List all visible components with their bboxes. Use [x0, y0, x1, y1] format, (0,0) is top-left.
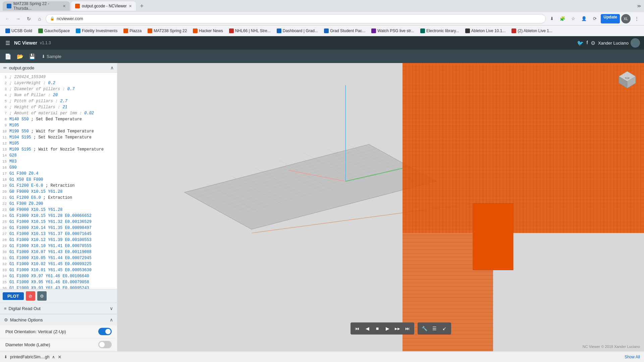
digital-readout-header[interactable]: ≡ Digital Read Out ∨: [0, 303, 117, 314]
machine-options-collapse-icon[interactable]: ∧: [110, 317, 113, 322]
twitter-icon[interactable]: 🐦: [577, 40, 584, 46]
code-line-28: 28 G1 F1000 X10.12 Y61.39 E0.00100553: [0, 237, 117, 243]
extensions-icon[interactable]: 🧩: [558, 14, 567, 23]
bookmark-label: MAT238 Spring 22: [154, 28, 187, 33]
download-icon[interactable]: ⬇: [547, 14, 556, 23]
code-line-2: 2 ; LayerHeight : 0.2: [0, 80, 117, 86]
plot-button-area: PLOT ⊘ ⚙: [0, 289, 117, 303]
app-version: v1.1.3: [40, 41, 51, 45]
open-file-button[interactable]: 📂: [15, 51, 25, 62]
orientation-cube[interactable]: TOP: [617, 70, 637, 90]
view-list-button[interactable]: ☰: [430, 324, 439, 333]
viewport-footer: NC Viewer © 2018 Xander Luciano: [583, 345, 640, 349]
plot-settings-button[interactable]: ⚙: [37, 291, 47, 301]
address-bar[interactable]: 🔒 ncviewer.com: [46, 14, 546, 23]
bookmark-label: UCSB Gold: [11, 28, 32, 33]
code-line-3: 3 ; Diameter of pillers : 0.7: [0, 86, 117, 92]
playback-end-button[interactable]: ⏭: [403, 324, 412, 333]
playback-play-button[interactable]: ▶: [383, 324, 392, 333]
bookmark-dashboard[interactable]: Dashboard | Grad...: [274, 28, 321, 34]
view-arrow-button[interactable]: ↙: [440, 324, 449, 333]
sample-button[interactable]: ⬇ Sample: [39, 53, 64, 60]
settings-icon[interactable]: ⚙: [591, 40, 595, 46]
code-line-18: 18 G1 X50 E8 F800: [0, 177, 117, 183]
bookmark-mat238[interactable]: MAT238 Spring 22: [145, 28, 190, 34]
download-close-icon[interactable]: ✕: [58, 354, 62, 360]
tab-label-mat238: MAT238 Spring 22 - Thursda...: [13, 1, 61, 11]
dro-label: Digital Read Out: [9, 306, 41, 311]
dro-collapse-icon[interactable]: ∨: [110, 306, 113, 311]
tab-close-ncviewer[interactable]: ✕: [129, 4, 132, 8]
menu-icon[interactable]: ⋮: [632, 14, 641, 23]
bookmarks-bar: UCSB Gold GauchoSpace Fidelity Investmen…: [0, 25, 644, 36]
facebook-icon[interactable]: f: [586, 40, 588, 46]
code-line-29: 29 G1 F1000 X10.10 Y61.41 E0.00070555: [0, 243, 117, 249]
nav-actions: ⬇ 🧩 ☆ 👤 ⟳ Update XL ⋮: [547, 14, 641, 23]
reload-button[interactable]: ↻: [24, 14, 34, 23]
bookmark-label: Ableton Live 10.1...: [471, 28, 506, 33]
tab-extras-button[interactable]: ≫: [637, 4, 641, 8]
machine-options-header[interactable]: ⚙ Machine Options ∧: [0, 314, 117, 325]
new-file-button[interactable]: 📄: [3, 51, 13, 62]
forward-button[interactable]: →: [13, 14, 23, 23]
update-button[interactable]: Update: [601, 14, 620, 23]
playback-stop-button[interactable]: ■: [373, 324, 382, 333]
bookmark-label: Watch PSG live str...: [377, 28, 414, 33]
plot-button[interactable]: PLOT: [3, 292, 24, 300]
code-line-8: 8 M140 S50 ; Set Bed Temperature: [0, 116, 117, 122]
playback-start-button[interactable]: ⏮: [353, 324, 362, 333]
viewport[interactable]: TOP ⏮ ◀ ■ ▶ ▶▶ ⏭ 🔧 ☰ ↙ NC Viewer © 2018 …: [117, 63, 644, 351]
bookmark-ableton2[interactable]: (2) Ableton Live 1...: [509, 28, 555, 34]
bookmark-grad-student[interactable]: Grad Student Pac...: [321, 28, 368, 34]
user-name: Xander Luciano: [598, 41, 629, 46]
show-all-button[interactable]: Show All: [625, 355, 640, 359]
bookmark-hackernews[interactable]: Hacker News: [190, 28, 225, 34]
add-tab-button[interactable]: +: [137, 1, 147, 11]
tab-ncviewer[interactable]: output.gcode - NCViewer ✕: [71, 1, 136, 11]
bookmark-label: Hacker News: [199, 28, 223, 33]
bookmark-favicon: [512, 28, 516, 33]
bookmark-psg[interactable]: Watch PSG live str...: [369, 28, 417, 34]
diameter-toggle[interactable]: [98, 341, 112, 348]
bookmark-icon[interactable]: ☆: [569, 14, 578, 23]
view-wrench-button[interactable]: 🔧: [420, 324, 429, 333]
home-button[interactable]: ⌂: [35, 14, 44, 23]
code-line-31: 31 G1 F1000 X10.05 Y61.44 E0.00072945: [0, 255, 117, 261]
plot-stop-button[interactable]: ⊘: [26, 291, 35, 301]
back-button[interactable]: ←: [3, 14, 12, 23]
tab-favicon-ncviewer: [75, 4, 80, 8]
tab-mat238[interactable]: MAT238 Spring 22 - Thursda... ✕: [3, 1, 70, 11]
nav-bar: ← → ↻ ⌂ 🔒 ncviewer.com ⬇ 🧩 ☆ 👤 ⟳ Update …: [0, 12, 644, 25]
code-line-9: 9 M105: [0, 122, 117, 128]
left-panel: ✏ output.gcode ∧ 1 ; 220424_155349 2 ; L…: [0, 63, 117, 351]
code-lines[interactable]: 1 ; 220424_155349 2 ; LayerHeight : 0.2 …: [0, 73, 117, 289]
code-line-36: 36 G1 F1000 X9.93 Y61.43 E0.00095243: [0, 285, 117, 289]
profile-avatar[interactable]: XL: [621, 14, 631, 23]
user-avatar[interactable]: [631, 38, 640, 48]
bookmark-electronic-library[interactable]: Electronic library...: [418, 28, 462, 34]
bookmark-ableton[interactable]: Ableton Live 10.1...: [463, 28, 508, 34]
code-area[interactable]: 1 ; 220424_155349 2 ; LayerHeight : 0.2 …: [0, 73, 117, 289]
tab-close-mat238[interactable]: ✕: [63, 4, 66, 8]
machine-options-label: Machine Options: [10, 317, 43, 322]
sync-icon[interactable]: ⟳: [590, 14, 599, 23]
profile-icon[interactable]: 👤: [579, 14, 589, 23]
bookmark-gauchoSpace[interactable]: GauchoSpace: [36, 28, 72, 34]
download-chevron-icon[interactable]: ∧: [52, 355, 55, 359]
bookmark-ucsb-gold[interactable]: UCSB Gold: [3, 28, 35, 34]
bookmark-piazza[interactable]: Piazza: [121, 28, 144, 34]
bookmark-fidelity[interactable]: Fidelity Investments: [73, 28, 120, 34]
orientation-option-row: Plot Orientation: Vertical (Z-Up): [0, 325, 117, 338]
playback-prev-button[interactable]: ◀: [363, 324, 372, 333]
bookmark-label: Dashboard | Grad...: [283, 28, 318, 33]
bookmark-label: Electronic library...: [426, 28, 459, 33]
file-collapse-button[interactable]: ∧: [110, 65, 114, 70]
code-line-20: 20 G0 F9000 X10.15 Y61.28: [0, 189, 117, 195]
save-file-button[interactable]: 💾: [27, 51, 38, 62]
orientation-toggle[interactable]: [98, 328, 112, 335]
tab-label-ncviewer: output.gcode - NCViewer: [82, 4, 127, 8]
bookmark-nhl66[interactable]: NHL66 | NHL Stre...: [226, 28, 273, 34]
playback-next-button[interactable]: ▶▶: [393, 324, 402, 333]
code-line-12: 12 M105: [0, 140, 117, 146]
menu-button[interactable]: ☰: [4, 39, 11, 48]
